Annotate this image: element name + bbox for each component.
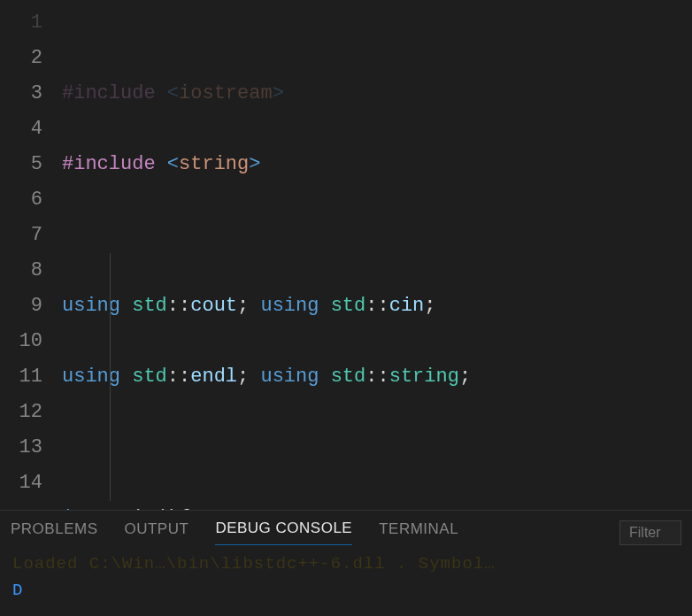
filter-input[interactable] bbox=[619, 520, 681, 545]
line-number: 8 bbox=[0, 253, 42, 289]
line-number: 10 bbox=[0, 324, 42, 359]
line-number: 4 bbox=[0, 112, 42, 147]
line-number: 11 bbox=[0, 359, 42, 395]
debug-loaded-line: Loaded C:\Win…\bin\libstdc++-6.dll . Sym… bbox=[12, 551, 680, 577]
line-number: 1 bbox=[0, 5, 42, 41]
tab-problems[interactable]: PROBLEMS bbox=[11, 520, 97, 545]
line-number: 7 bbox=[0, 218, 42, 253]
line-number: 14 bbox=[0, 466, 42, 501]
code-editor[interactable]: 1 2 3 4 5 6 7 8 9 10 11 12 13 14 #includ… bbox=[0, 0, 692, 510]
line-number: 6 bbox=[0, 182, 42, 218]
line-number-gutter: 1 2 3 4 5 6 7 8 9 10 11 12 13 14 bbox=[0, 5, 62, 510]
tab-debug-console[interactable]: DEBUG CONSOLE bbox=[215, 520, 352, 545]
line-number: 5 bbox=[0, 147, 42, 182]
line-number: 2 bbox=[0, 41, 42, 76]
code-content[interactable]: #include <iostream> #include <string> us… bbox=[62, 5, 692, 510]
panel-tabs: PROBLEMS OUTPUT DEBUG CONSOLE TERMINAL bbox=[0, 511, 692, 545]
tab-terminal[interactable]: TERMINAL bbox=[379, 520, 458, 545]
line-number: 3 bbox=[0, 76, 42, 112]
preprocessor: #include bbox=[62, 153, 156, 175]
preprocessor: #include bbox=[62, 82, 156, 104]
program-output: D bbox=[12, 577, 680, 604]
main-fn: main bbox=[109, 507, 156, 510]
debug-console-output[interactable]: Loaded C:\Win…\bin\libstdc++-6.dll . Sym… bbox=[0, 545, 692, 616]
tab-output[interactable]: OUTPUT bbox=[124, 520, 188, 545]
line-number: 13 bbox=[0, 430, 42, 466]
indent-guide bbox=[110, 253, 111, 501]
line-number: 9 bbox=[0, 289, 42, 324]
bottom-panel: PROBLEMS OUTPUT DEBUG CONSOLE TERMINAL L… bbox=[0, 510, 692, 616]
line-number: 12 bbox=[0, 395, 42, 430]
